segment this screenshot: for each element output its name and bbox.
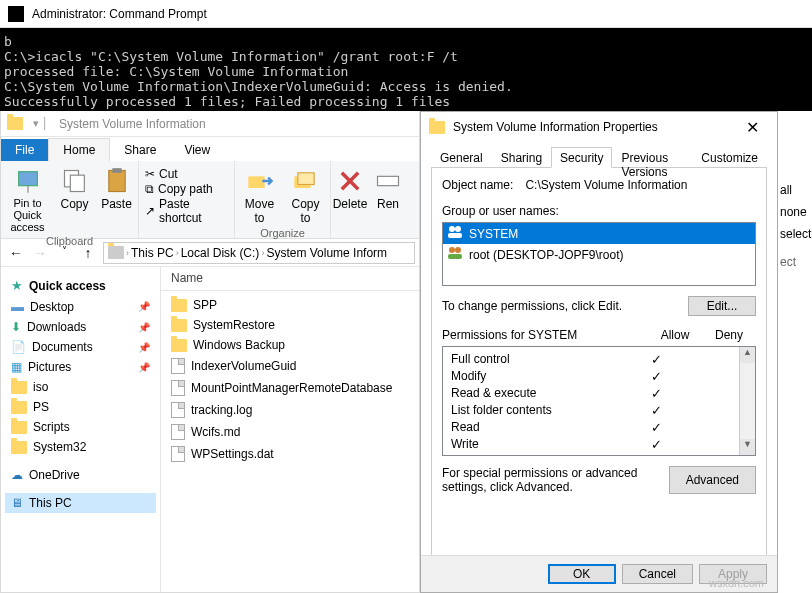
list-item[interactable]: IndexerVolumeGuid (161, 355, 419, 377)
dialog-title: System Volume Information Properties (453, 120, 658, 134)
tab-share[interactable]: Share (110, 139, 170, 161)
file-icon (171, 402, 185, 418)
list-item[interactable]: Wcifs.md (161, 421, 419, 443)
tree-onedrive[interactable]: ☁OneDrive (5, 465, 156, 485)
ok-button[interactable]: OK (548, 564, 616, 584)
list-item[interactable]: tracking.log (161, 399, 419, 421)
crumb-thispc[interactable]: This PC (131, 246, 174, 260)
tab-home[interactable]: Home (48, 138, 110, 161)
folder-icon (171, 339, 187, 352)
tab-file[interactable]: File (1, 139, 48, 161)
svg-point-9 (449, 226, 455, 232)
cut-button[interactable]: ✂Cut (145, 167, 228, 181)
tree-system32[interactable]: System32 (5, 437, 156, 457)
close-button[interactable]: ✕ (736, 116, 769, 139)
tree-desktop[interactable]: ▬Desktop📌 (5, 296, 156, 317)
clipped-explorer-right: all none selecti ect (778, 141, 812, 273)
list-item[interactable]: SystemRestore (161, 315, 419, 335)
user-name: SYSTEM (469, 227, 518, 241)
invert-selection-clipped[interactable]: selecti (778, 223, 812, 245)
cmd-titlebar[interactable]: Administrator: Command Prompt (0, 0, 812, 28)
permission-name: Full control (451, 352, 631, 367)
svg-point-10 (455, 226, 461, 232)
tree-scripts[interactable]: Scripts (5, 417, 156, 437)
rename-icon (374, 167, 402, 195)
moveto-button[interactable]: Move to (240, 165, 280, 227)
copy-icon (61, 167, 89, 195)
list-item[interactable]: SPP (161, 295, 419, 315)
scroll-down[interactable]: ▼ (740, 439, 755, 455)
folder-icon (11, 441, 27, 454)
tree-quickaccess[interactable]: ★Quick access (5, 275, 156, 296)
permission-row: Write✓ (451, 436, 731, 453)
list-item-label: IndexerVolumeGuid (191, 359, 296, 373)
folder-icon (7, 117, 23, 130)
copy-button[interactable]: Copy (57, 165, 93, 235)
allow-check: ✓ (631, 437, 681, 452)
list-item[interactable]: WPSettings.dat (161, 443, 419, 465)
list-item[interactable]: Windows Backup (161, 335, 419, 355)
recent-button[interactable]: ˅ (53, 245, 75, 261)
tab-customize[interactable]: Customize (692, 147, 767, 168)
permission-name: List folder contents (451, 403, 631, 418)
tree-iso[interactable]: iso (5, 377, 156, 397)
svg-rect-2 (70, 175, 84, 191)
up-button[interactable]: ↑ (77, 245, 99, 261)
special-permissions-text: For special permissions or advanced sett… (442, 466, 661, 494)
scroll-up[interactable]: ▲ (740, 347, 755, 363)
rename-button[interactable]: Ren (374, 165, 402, 213)
tree-pictures[interactable]: ▦Pictures📌 (5, 357, 156, 377)
edit-button[interactable]: Edit... (688, 296, 756, 316)
copypath-button[interactable]: ⧉Copy path (145, 182, 228, 196)
tree-ps[interactable]: PS (5, 397, 156, 417)
list-item[interactable]: MountPointManagerRemoteDatabase (161, 377, 419, 399)
pin-icon: 📌 (138, 322, 150, 333)
tree-downloads[interactable]: ⬇Downloads📌 (5, 317, 156, 337)
scrollbar[interactable]: ▲ ▼ (739, 347, 755, 455)
cmd-title-text: Administrator: Command Prompt (32, 7, 207, 21)
crumb-svi[interactable]: System Volume Inform (266, 246, 387, 260)
nav-tree[interactable]: ★Quick access ▬Desktop📌 ⬇Downloads📌 📄Doc… (1, 267, 161, 592)
breadcrumb-bar[interactable]: › This PC › Local Disk (C:) › System Vol… (103, 242, 415, 264)
cancel-button[interactable]: Cancel (622, 564, 693, 584)
back-button[interactable]: ← (5, 245, 27, 261)
svg-rect-4 (112, 168, 121, 173)
permission-name: Write (451, 437, 631, 452)
deny-check (681, 437, 731, 452)
user-icon (447, 246, 463, 263)
cut-icon: ✂ (145, 167, 155, 181)
user-list-item[interactable]: root (DESKTOP-JOPF9\root) (443, 244, 755, 265)
explorer-titlebar[interactable]: ▾ │ System Volume Information (1, 111, 419, 137)
tree-thispc[interactable]: 🖥This PC (5, 493, 156, 513)
file-list[interactable]: SPPSystemRestoreWindows BackupIndexerVol… (161, 291, 419, 469)
tab-security[interactable]: Security (551, 147, 612, 168)
copyto-button[interactable]: Copy to (286, 165, 326, 227)
tab-general[interactable]: General (431, 147, 492, 168)
forward-button[interactable]: → (29, 245, 51, 261)
tab-previous-versions[interactable]: Previous Versions (612, 147, 692, 168)
svg-point-13 (455, 247, 461, 253)
dialog-titlebar[interactable]: System Volume Information Properties ✕ (421, 112, 777, 142)
file-list-pane: Name SPPSystemRestoreWindows BackupIndex… (161, 267, 419, 592)
copypath-icon: ⧉ (145, 182, 154, 196)
crumb-localdisk[interactable]: Local Disk (C:) (181, 246, 260, 260)
advanced-button[interactable]: Advanced (669, 466, 756, 494)
pasteshortcut-button[interactable]: ↗Paste shortcut (145, 197, 228, 225)
list-item-label: SPP (193, 298, 217, 312)
column-header-name[interactable]: Name (161, 267, 419, 291)
user-list[interactable]: SYSTEMroot (DESKTOP-JOPF9\root) (442, 222, 756, 286)
tab-view[interactable]: View (170, 139, 224, 161)
select-none-clipped[interactable]: none (778, 201, 812, 223)
delete-button[interactable]: Delete (332, 165, 368, 213)
moveto-icon (246, 167, 274, 195)
paste-button[interactable]: Paste (99, 165, 135, 235)
cmd-output[interactable]: b C:\>icacls "C:\System Volume Informati… (0, 28, 812, 111)
tab-sharing[interactable]: Sharing (492, 147, 551, 168)
tree-documents[interactable]: 📄Documents📌 (5, 337, 156, 357)
permission-name: Read (451, 420, 631, 435)
select-all-clipped[interactable]: all (778, 179, 812, 201)
user-list-item[interactable]: SYSTEM (443, 223, 755, 244)
explorer-title: System Volume Information (59, 117, 206, 131)
deny-check (681, 369, 731, 384)
pin-quickaccess-button[interactable]: Pin to Quick access (5, 165, 51, 235)
